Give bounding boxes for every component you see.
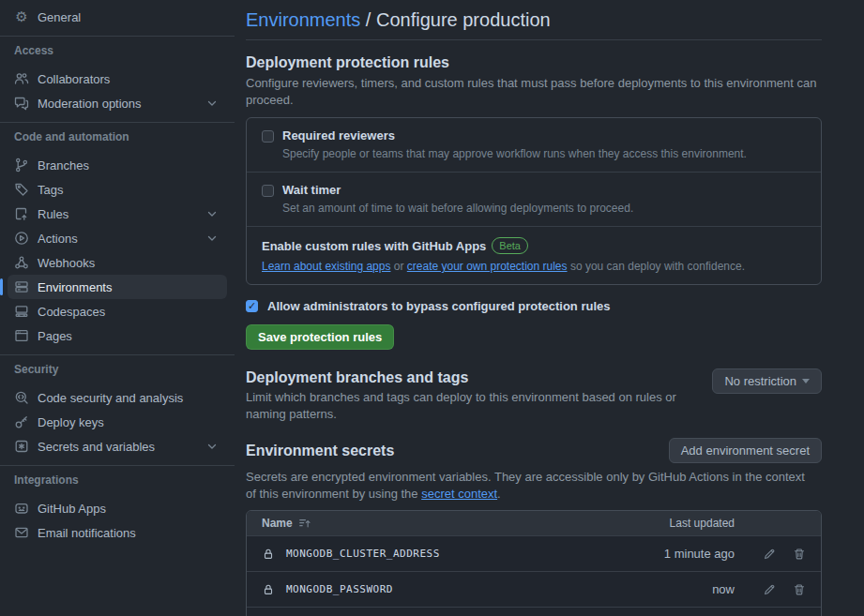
bypass-label: Allow administrators to bypass configure… xyxy=(267,299,611,313)
secret-name: MONGODB_PASSWORD xyxy=(286,583,393,595)
chevron-down-icon xyxy=(205,96,220,111)
secrets-description-text: Secrets are encrypted environment variab… xyxy=(246,470,805,501)
secret-context-link[interactable]: secret context xyxy=(421,487,497,501)
sidebar-item-moderation-options[interactable]: Moderation options xyxy=(8,91,227,115)
sidebar-item-branches[interactable]: Branches xyxy=(8,153,227,177)
last-updated-column-header: Last updated xyxy=(622,517,735,530)
sidebar-item-label: Email notifications xyxy=(38,526,136,540)
sidebar-divider xyxy=(0,465,235,466)
browser-icon xyxy=(14,328,29,343)
gear-icon: ⚙ xyxy=(14,9,29,24)
rule-description: Set an amount of time to wait before all… xyxy=(282,202,806,216)
page-title: Configure production xyxy=(376,9,551,30)
main-content: Environments / Configure production Depl… xyxy=(246,0,822,616)
secret-updated: now xyxy=(622,582,735,596)
sidebar-section-title: Access xyxy=(0,44,235,57)
breadcrumb: Environments / Configure production xyxy=(246,8,822,32)
sidebar-divider xyxy=(0,354,235,355)
branches-description: Limit which branches and tags can deploy… xyxy=(246,389,702,423)
link-separator-text: or xyxy=(390,260,406,273)
wait-timer-row: Wait timer Set an amount of time to wait… xyxy=(247,172,821,226)
key-icon xyxy=(14,414,29,429)
save-protection-rules-button[interactable]: Save protection rules xyxy=(246,324,394,350)
comment-discussion-icon xyxy=(14,96,29,111)
breadcrumb-separator: / xyxy=(360,9,376,30)
rule-description: Specify people or teams that may approve… xyxy=(282,147,806,161)
edit-secret-button[interactable] xyxy=(763,583,776,596)
environments-icon xyxy=(14,279,29,294)
sidebar-item-label: Actions xyxy=(38,232,78,246)
settings-sidebar: ⚙ General Access Collaborators Moderatio… xyxy=(0,0,235,545)
trash-icon xyxy=(793,583,806,596)
sidebar-section-title: Security xyxy=(0,363,235,376)
breadcrumb-environments-link[interactable]: Environments xyxy=(246,9,360,30)
protection-rules-box: Required reviewers Specify people or tea… xyxy=(246,117,822,285)
sidebar-item-label: Collaborators xyxy=(38,72,110,86)
sidebar-item-general[interactable]: ⚙ General xyxy=(8,5,227,29)
dropdown-value: No restriction xyxy=(724,374,796,388)
pencil-icon xyxy=(763,583,776,596)
sidebar-item-tags[interactable]: Tags xyxy=(8,177,227,202)
required-reviewers-checkbox[interactable] xyxy=(262,130,274,143)
sidebar-item-environments[interactable]: Environments xyxy=(8,275,227,299)
sidebar-item-label: Moderation options xyxy=(38,97,142,111)
sidebar-item-code-security[interactable]: Code security and analysis xyxy=(8,385,227,410)
table-row: MONGODB_CLUSTER_ADDRESS 1 minute ago xyxy=(247,535,821,571)
custom-rules-row: Enable custom rules with GitHub AppsBeta… xyxy=(247,226,821,284)
name-header-label: Name xyxy=(262,517,293,530)
people-icon xyxy=(14,71,29,86)
sidebar-item-github-apps[interactable]: GitHub Apps xyxy=(8,496,227,520)
sidebar-item-label: Tags xyxy=(38,183,63,197)
chevron-down-icon xyxy=(205,439,220,454)
secrets-table-header: Name Last updated xyxy=(247,511,821,535)
beta-badge: Beta xyxy=(492,237,528,254)
codescan-icon xyxy=(14,390,29,405)
sidebar-item-email-notifications[interactable]: Email notifications xyxy=(8,520,227,545)
mail-icon xyxy=(14,525,29,540)
create-protection-rules-link[interactable]: create your own protection rules xyxy=(407,260,568,273)
sidebar-item-codespaces[interactable]: Codespaces xyxy=(8,299,227,323)
sidebar-item-label: Rules xyxy=(38,207,68,221)
sidebar-item-secrets-variables[interactable]: Secrets and variables xyxy=(8,434,227,458)
lock-icon xyxy=(262,583,275,596)
webhook-icon xyxy=(14,255,29,270)
sidebar-divider xyxy=(0,36,235,37)
lock-icon xyxy=(262,548,275,561)
delete-secret-button[interactable] xyxy=(793,548,806,561)
branches-heading: Deployment branches and tags xyxy=(246,368,702,387)
sidebar-item-rules[interactable]: Rules xyxy=(8,202,227,226)
required-reviewers-row: Required reviewers Specify people or tea… xyxy=(247,118,821,172)
sidebar-item-label: Branches xyxy=(38,158,89,173)
sidebar-item-label: Environments xyxy=(38,280,112,294)
sidebar-item-actions[interactable]: Actions xyxy=(8,226,227,250)
sidebar-item-pages[interactable]: Pages xyxy=(8,323,227,348)
bypass-checkbox[interactable] xyxy=(246,300,258,312)
sidebar-item-label: Deploy keys xyxy=(38,415,104,429)
sidebar-item-webhooks[interactable]: Webhooks xyxy=(8,250,227,275)
bypass-row: Allow administrators to bypass configure… xyxy=(246,299,822,313)
play-icon xyxy=(14,231,29,246)
custom-rules-links: Learn about existing apps or create your… xyxy=(262,259,806,274)
secret-updated: 1 minute ago xyxy=(622,547,735,561)
protection-rules-heading: Deployment protection rules xyxy=(246,53,822,72)
sidebar-item-label: General xyxy=(38,10,81,24)
protection-rules-description: Configure reviewers, timers, and custom … xyxy=(246,75,822,109)
hubot-icon xyxy=(14,501,29,516)
key-asterisk-icon xyxy=(14,439,29,454)
wait-timer-checkbox[interactable] xyxy=(262,185,274,197)
environment-secrets-section: Environment secrets Add environment secr… xyxy=(246,438,822,616)
sidebar-item-label: GitHub Apps xyxy=(38,502,106,516)
rule-title: Required reviewers xyxy=(282,128,395,143)
branch-restriction-dropdown[interactable]: No restriction xyxy=(712,368,822,394)
codespaces-icon xyxy=(14,304,29,319)
name-column-header[interactable]: Name xyxy=(262,517,622,530)
delete-secret-button[interactable] xyxy=(793,583,806,596)
sidebar-item-collaborators[interactable]: Collaborators xyxy=(8,67,227,91)
sidebar-section-title: Integrations xyxy=(0,473,235,487)
chevron-down-icon xyxy=(205,206,220,221)
sidebar-item-deploy-keys[interactable]: Deploy keys xyxy=(8,410,227,434)
add-environment-secret-button[interactable]: Add environment secret xyxy=(669,438,822,463)
edit-secret-button[interactable] xyxy=(763,548,776,561)
header-divider xyxy=(246,39,822,40)
existing-apps-link[interactable]: Learn about existing apps xyxy=(262,260,390,273)
